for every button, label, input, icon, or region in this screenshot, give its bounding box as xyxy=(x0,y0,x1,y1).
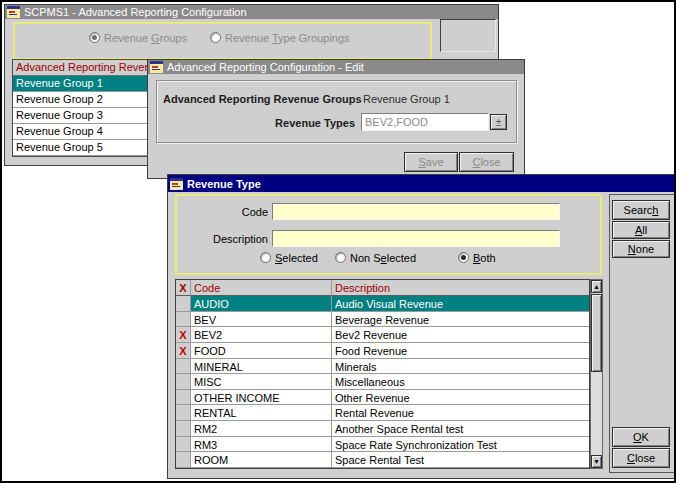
revenue-groups-list: Advanced Reporting Revenue Gr Revenue Gr… xyxy=(12,59,152,157)
application-screen: SCPMS1 - Advanced Reporting Configuratio… xyxy=(0,0,676,483)
header-mark: X xyxy=(176,280,191,296)
revenue-types-field[interactable] xyxy=(361,113,489,131)
table-row[interactable]: RM2 Another Space Rental test xyxy=(176,421,589,437)
scroll-up-icon[interactable]: ▲ xyxy=(591,280,602,293)
table-scrollbar[interactable]: ▲ ▼ xyxy=(590,279,603,469)
revenue-types-label: Revenue Types xyxy=(163,117,355,129)
revenue-groups-value: Revenue Group 1 xyxy=(363,93,450,105)
radio-non-selected[interactable] xyxy=(335,252,346,263)
search-button[interactable]: Search xyxy=(612,200,670,220)
radio-revenue-groups-label: Revenue Groups xyxy=(104,32,187,44)
table-row[interactable]: RENTAL Rental Revenue xyxy=(176,405,589,421)
radio-both-label: Both xyxy=(473,252,496,264)
description-cell: Other Revenue xyxy=(332,390,589,406)
description-cell: Audio Visual Revenue xyxy=(332,296,589,312)
edit-groupbox xyxy=(156,80,517,143)
table-row[interactable]: MINERAL Minerals xyxy=(176,359,589,375)
mark-cell xyxy=(176,437,191,453)
table-row[interactable]: ROOM Space Rental Test xyxy=(176,452,589,468)
description-cell: Another Space Rental test xyxy=(332,421,589,437)
mark-cell xyxy=(176,359,191,375)
radio-revenue-type-groupings-label: Revenue Type Groupings xyxy=(225,32,350,44)
titlebar-revenue-type[interactable]: Revenue Type xyxy=(168,175,675,192)
code-cell: RM3 xyxy=(191,437,332,453)
window-title: SCPMS1 - Advanced Reporting Configuratio… xyxy=(24,6,247,18)
revenue-groups-label: Advanced Reporting Revenue Groups xyxy=(163,93,355,105)
list-item[interactable]: Revenue Group 4 xyxy=(13,124,151,140)
mark-cell xyxy=(176,452,191,468)
mark-cell xyxy=(176,405,191,421)
list-item[interactable]: Revenue Group 5 xyxy=(13,140,151,156)
save-button[interactable]: Save xyxy=(404,152,458,172)
header-code: Code xyxy=(191,280,332,296)
code-input[interactable] xyxy=(272,203,560,220)
code-cell: BEV xyxy=(191,312,332,328)
list-item[interactable]: Revenue Group 2 xyxy=(13,92,151,108)
description-cell: Space Rate Synchronization Test xyxy=(332,437,589,453)
mark-cell xyxy=(176,374,191,390)
description-cell: Space Rental Test xyxy=(332,452,589,468)
code-cell: MISC xyxy=(191,374,332,390)
description-cell: Miscellaneous xyxy=(332,374,589,390)
titlebar-scpms1[interactable]: SCPMS1 - Advanced Reporting Configuratio… xyxy=(5,5,498,19)
window-revenue-type: Revenue Type Code Description Selected N… xyxy=(167,174,676,479)
code-label: Code xyxy=(200,206,268,218)
mark-cell: X xyxy=(176,327,191,343)
list-item[interactable]: Revenue Group 3 xyxy=(13,108,151,124)
radio-selected-label: Selected xyxy=(275,252,318,264)
table-row[interactable]: X BEV2 Bev2 Revenue xyxy=(176,327,589,343)
code-cell: OTHER INCOME xyxy=(191,390,332,406)
scroll-down-icon[interactable]: ▼ xyxy=(591,455,602,468)
titlebar-edit[interactable]: Advanced Reporting Configuration - Edit xyxy=(148,60,524,74)
code-cell: RENTAL xyxy=(191,405,332,421)
description-cell: Beverage Revenue xyxy=(332,312,589,328)
window-icon xyxy=(7,6,20,18)
table-header-row: X Code Description xyxy=(176,280,589,296)
mark-cell xyxy=(176,421,191,437)
header-description: Description xyxy=(332,280,589,296)
code-cell: ROOM xyxy=(191,452,332,468)
table-row[interactable]: RM3 Space Rate Synchronization Test xyxy=(176,437,589,453)
empty-panel xyxy=(440,19,496,52)
description-cell: Food Revenue xyxy=(332,343,589,359)
mark-cell: X xyxy=(176,343,191,359)
window-title: Advanced Reporting Configuration - Edit xyxy=(167,61,364,73)
mark-cell xyxy=(176,296,191,312)
window-icon xyxy=(150,61,163,73)
close-button[interactable]: Close xyxy=(459,152,514,172)
code-cell: MINERAL xyxy=(191,359,332,375)
window-title: Revenue Type xyxy=(187,178,261,190)
window-icon xyxy=(170,178,183,190)
description-cell: Minerals xyxy=(332,359,589,375)
radio-both[interactable] xyxy=(458,252,469,263)
ok-button[interactable]: OK xyxy=(612,427,670,447)
description-input[interactable] xyxy=(272,230,560,247)
table-row[interactable]: BEV Beverage Revenue xyxy=(176,312,589,328)
description-cell: Bev2 Revenue xyxy=(332,327,589,343)
table-row[interactable]: X FOOD Food Revenue xyxy=(176,343,589,359)
list-item[interactable]: Revenue Group 1 xyxy=(13,76,151,92)
none-button[interactable]: None xyxy=(612,240,670,258)
table-row[interactable]: OTHER INCOME Other Revenue xyxy=(176,390,589,406)
revenue-groups-list-header: Advanced Reporting Revenue Gr xyxy=(13,60,151,76)
code-cell: AUDIO xyxy=(191,296,332,312)
table-row[interactable]: AUDIO Audio Visual Revenue xyxy=(176,296,589,312)
radio-revenue-groups[interactable] xyxy=(89,32,100,43)
code-cell: RM2 xyxy=(191,421,332,437)
code-cell: BEV2 xyxy=(191,327,332,343)
all-button[interactable]: All xyxy=(612,221,670,239)
filter-frame xyxy=(13,22,432,60)
revenue-type-table: X Code Description AUDIO Audio Visual Re… xyxy=(175,279,590,469)
description-cell: Rental Revenue xyxy=(332,405,589,421)
scrollbar-thumb[interactable] xyxy=(591,294,602,372)
radio-selected[interactable] xyxy=(260,252,271,263)
radio-revenue-type-groupings[interactable] xyxy=(210,32,221,43)
mark-cell xyxy=(176,390,191,406)
radio-non-selected-label: Non Selected xyxy=(350,252,416,264)
mark-cell xyxy=(176,312,191,328)
lov-dropdown-button[interactable]: ± xyxy=(490,114,507,130)
table-row[interactable]: MISC Miscellaneous xyxy=(176,374,589,390)
window-edit: Advanced Reporting Configuration - Edit … xyxy=(147,59,525,179)
close-button[interactable]: Close xyxy=(612,448,670,468)
code-cell: FOOD xyxy=(191,343,332,359)
